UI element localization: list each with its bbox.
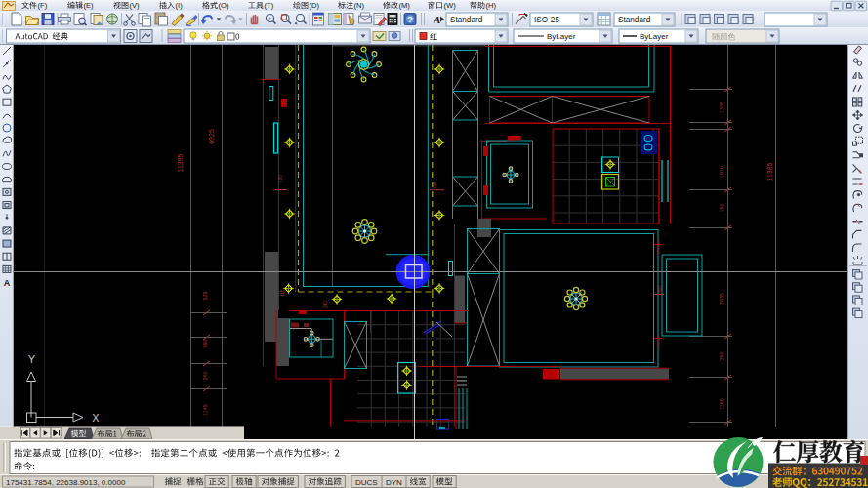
svg-text:A: A [4,278,11,288]
svg-text:(T): (T) [265,1,274,10]
svg-text:240: 240 [202,371,208,380]
svg-text:700: 700 [433,182,437,189]
svg-text:DUCS: DUCS [355,478,378,487]
svg-text:(D): (D) [310,1,320,10]
svg-text:(M): (M) [399,1,411,10]
svg-text:1910: 1910 [719,166,724,178]
svg-text:(O): (O) [219,1,229,10]
svg-text:Y: Y [28,353,36,365]
svg-text:700: 700 [278,175,283,183]
svg-text:240: 240 [323,301,328,308]
svg-text:1165: 1165 [719,398,724,410]
svg-text:ISO-25: ISO-25 [534,16,559,24]
svg-text:990: 990 [202,339,208,347]
svg-text:1335: 1335 [719,102,724,113]
svg-text:(E): (E) [84,1,95,10]
svg-text:(F): (F) [38,1,48,10]
svg-text:11385: 11385 [766,162,773,181]
svg-text:Standard: Standard [450,16,483,24]
svg-text:(V): (V) [130,1,141,10]
svg-text:?: ? [407,15,413,24]
svg-text:2835: 2835 [719,293,724,305]
svg-text:(I): (I) [176,1,184,10]
svg-text:11395: 11395 [177,153,184,172]
svg-text:(N): (N) [354,1,365,10]
svg-text:150: 150 [719,203,724,212]
svg-text:Standard: Standard [618,16,651,24]
svg-text:DYN: DYN [386,478,402,487]
svg-text:6925: 6925 [208,129,215,144]
svg-text:ByLayer: ByLayer [547,32,576,41]
svg-text:250: 250 [719,351,724,360]
svg-text:A: A [433,14,440,25]
svg-text:400: 400 [657,285,662,293]
svg-text:115: 115 [280,289,285,297]
svg-text:ByLayer: ByLayer [640,32,669,41]
svg-text:X: X [92,412,100,424]
svg-text:(H): (H) [486,1,497,10]
svg-text:525: 525 [202,291,208,300]
svg-text:175431.7854, 22638.9013, 0.000: 175431.7854, 22638.9013, 0.0000 [6,478,126,487]
svg-text:(W): (W) [444,1,457,10]
svg-text:1145: 1145 [202,404,208,416]
